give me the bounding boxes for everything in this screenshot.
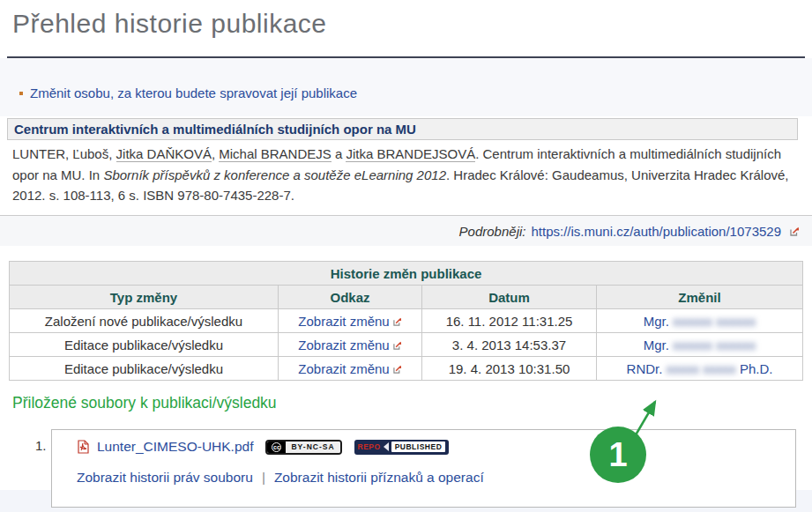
change-type-cell: Editace publikace/výsledku [10, 333, 279, 357]
change-link-cell: Zobrazit změnu [279, 333, 422, 357]
change-person-link[interactable]: Změnit osobu, za kterou budete spravovat… [30, 85, 357, 100]
table-row: Založení nové publikace/výsledku Zobrazi… [10, 309, 803, 333]
author-link[interactable]: Jitka BRANDEJSOVÁ [346, 146, 475, 162]
publication-title-bar: Centrum interaktivních a multimediálních… [7, 118, 798, 140]
file-list-index: 1. [35, 438, 47, 453]
history-table: Historie změn publikace Typ změny Odkaz … [9, 261, 803, 381]
table-header-row: Typ změny Odkaz Datum Změnil [10, 286, 803, 309]
col-header-date: Datum [422, 286, 597, 309]
page-title: Přehled historie publikace [12, 9, 327, 39]
cc-license-badge: cc BY-NC-SA [265, 440, 341, 455]
change-type-cell: Založení nové publikace/výsledku [10, 309, 279, 333]
person-link[interactable]: RNDr. xxxxx xxxxx Ph.D. [627, 361, 773, 376]
citation-part: LUNTER, Ľuboš, [12, 146, 116, 161]
detail-label: Podrobněji: [459, 224, 526, 239]
attachment-box: Lunter_CIMESO-UHK.pdf cc BY-NC-SA REPO P… [51, 429, 796, 508]
cc-license-label: BY-NC-SA [286, 442, 339, 453]
citation-text: LUNTER, Ľuboš, Jitka DAŇKOVÁ, Michal BRA… [12, 144, 801, 206]
changed-by-cell: Mgr. xxxxxx xxxxxx [597, 333, 803, 357]
col-header-link: Odkaz [279, 286, 422, 309]
person-link[interactable]: Mgr. xxxxxx xxxxxx [644, 338, 756, 352]
person-link[interactable]: Mgr. xxxxxx xxxxxx [644, 314, 756, 329]
repo-status-badge: REPO PUBLISHED [354, 440, 450, 455]
detail-strip: Podrobněji: https://is.muni.cz/auth/publ… [0, 215, 812, 246]
change-type-cell: Editace publikace/výsledku [10, 357, 279, 381]
attachment-file-link[interactable]: Lunter_CIMESO-UHK.pdf [97, 439, 253, 455]
change-date-cell: 16. 11. 2012 11:31.25 [422, 309, 597, 333]
cc-logo-icon: cc [272, 442, 281, 452]
change-date-cell: 3. 4. 2013 14:53.37 [422, 333, 597, 357]
external-link-icon [393, 365, 402, 374]
citation-part: a [332, 146, 346, 161]
change-date-cell: 19. 4. 2013 10:31.50 [422, 357, 597, 381]
author-link[interactable]: Jitka DAŇKOVÁ [116, 146, 212, 162]
file-links-row: Zobrazit historii práv souboru | Zobrazi… [77, 470, 484, 486]
table-row: Editace publikace/výsledku Zobrazit změn… [10, 333, 803, 357]
changed-by-cell: Mgr. xxxxxx xxxxxx [597, 309, 803, 333]
book-title: Sborník příspěvků z konference a soutěže… [103, 167, 446, 182]
col-header-type: Typ změny [10, 286, 279, 309]
pdf-file-icon [77, 440, 90, 454]
change-link-cell: Zobrazit změnu [279, 309, 422, 333]
show-change-link[interactable]: Zobrazit změnu [298, 361, 389, 376]
link-separator: | [262, 470, 265, 486]
external-link-icon [393, 341, 402, 350]
citation-part: , [212, 146, 219, 161]
show-change-link[interactable]: Zobrazit změnu [298, 314, 389, 329]
change-person-row: Změnit osobu, za kterou budete spravovat… [19, 85, 357, 100]
show-change-link[interactable]: Zobrazit změnu [298, 338, 389, 352]
file-rights-history-link[interactable]: Zobrazit historii práv souboru [77, 470, 253, 486]
chevron-left-icon [384, 442, 389, 451]
author-link[interactable]: Michal BRANDEJS [219, 146, 332, 162]
repo-status-label: PUBLISHED [391, 442, 446, 452]
redacted-name: xxxxx xxxxx [667, 361, 736, 376]
table-row: Editace publikace/výsledku Zobrazit změn… [10, 357, 803, 381]
file-row: Lunter_CIMESO-UHK.pdf cc BY-NC-SA REPO P… [77, 439, 449, 455]
redacted-name: xxxxxx xxxxxx [673, 314, 756, 329]
external-link-icon [393, 317, 402, 326]
bullet-icon [19, 92, 23, 95]
repo-badge-label: REPO [358, 442, 381, 451]
attachments-heading: Přiložené soubory k publikaci/výsledku [12, 394, 277, 412]
redacted-name: xxxxxx xxxxxx [673, 338, 756, 352]
external-link-icon [790, 226, 800, 236]
table-title: Historie změn publikace [10, 262, 803, 286]
file-flags-history-link[interactable]: Zobrazit historii příznaků a operací [274, 470, 484, 486]
change-link-cell: Zobrazit změnu [279, 357, 422, 381]
col-header-changed-by: Změnil [597, 286, 803, 309]
publication-url-link[interactable]: https://is.muni.cz/auth/publication/1073… [531, 224, 781, 239]
changed-by-cell: RNDr. xxxxx xxxxx Ph.D. [597, 357, 803, 381]
